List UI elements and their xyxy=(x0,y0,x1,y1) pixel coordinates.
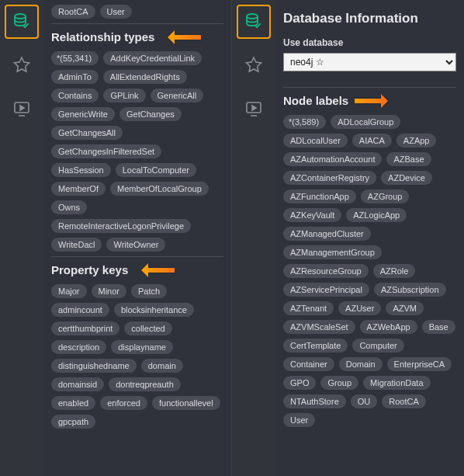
tag-pill[interactable]: EnterpriseCA xyxy=(387,357,452,371)
monitor-play-icon xyxy=(12,99,31,118)
db-icon-active[interactable] xyxy=(237,5,271,39)
tag-pill[interactable]: gpcpath xyxy=(51,415,95,429)
tag-pill[interactable]: MemberOfLocalGroup xyxy=(110,182,209,196)
arrow-annotation-icon xyxy=(161,33,201,42)
tag-pill[interactable]: RootCA xyxy=(382,394,426,408)
tag-pill[interactable]: AZVM xyxy=(386,301,424,315)
tag-pill[interactable]: displayname xyxy=(111,340,173,354)
tag-pill[interactable]: dontreqpreauth xyxy=(109,377,181,391)
tag-pill[interactable]: AIACA xyxy=(352,134,392,148)
tag-pill[interactable]: RootCA xyxy=(51,5,95,19)
database-check-icon xyxy=(244,12,263,31)
tag-pill[interactable]: AZVMScaleSet xyxy=(283,320,355,334)
play-icon-btn[interactable] xyxy=(5,92,39,126)
tag-pill[interactable]: NTAuthStore xyxy=(283,394,346,408)
tag-pill[interactable]: AZBase xyxy=(386,152,431,166)
tag-pill[interactable]: User xyxy=(100,5,132,19)
tag-pill[interactable]: domain xyxy=(141,359,183,373)
tag-pill[interactable]: AZAutomationAccount xyxy=(283,152,382,166)
node-labels-label: Node labels xyxy=(283,94,348,107)
tag-pill[interactable]: GenericAll xyxy=(151,89,204,102)
tag-pill[interactable]: AZSubscription xyxy=(374,283,446,297)
tag-pill[interactable]: enforced xyxy=(100,396,147,410)
tag-pill[interactable]: WriteOwner xyxy=(106,238,165,252)
tag-pill[interactable]: AZUser xyxy=(338,301,381,315)
tag-pill[interactable]: AZTenant xyxy=(283,301,334,315)
monitor-play-icon xyxy=(244,99,263,118)
tag-pill[interactable]: *(3,589) xyxy=(283,115,326,129)
tag-pill[interactable]: CertTemplate xyxy=(283,339,348,353)
play-icon-btn[interactable] xyxy=(237,92,271,126)
left-content: RootCAUser Relationship types *(55,341)A… xyxy=(43,0,231,476)
tag-pill[interactable]: distinguishedname xyxy=(51,359,137,373)
tag-pill[interactable]: RemoteInteractiveLogonPrivilege xyxy=(51,219,191,233)
tag-pill[interactable]: AZServicePrincipal xyxy=(283,283,369,297)
tag-pill[interactable]: AZResourceGroup xyxy=(283,264,369,278)
tag-pill[interactable]: Group xyxy=(320,376,358,390)
tag-pill[interactable]: GPLink xyxy=(103,89,145,102)
star-icon-btn[interactable] xyxy=(5,48,39,82)
tag-pill[interactable]: *(55,341) xyxy=(51,51,99,65)
tag-pill[interactable]: MigrationData xyxy=(363,376,430,390)
tag-pill[interactable]: certthumbprint xyxy=(51,321,119,335)
tag-pill[interactable]: enabled xyxy=(51,396,95,410)
tag-pill[interactable]: functionallevel xyxy=(152,396,220,410)
property-tags: MajorMinorPatchadmincountblocksinheritan… xyxy=(51,284,223,429)
db-info-title: Database Information xyxy=(283,11,456,26)
tag-pill[interactable]: User xyxy=(283,413,315,427)
tag-pill[interactable]: OU xyxy=(351,394,378,408)
tag-pill[interactable]: AZManagedCluster xyxy=(283,227,371,241)
tag-pill[interactable]: AZFunctionApp xyxy=(283,189,356,203)
tag-pill[interactable]: GetChangesAll xyxy=(51,126,123,140)
property-keys-heading: Property keys xyxy=(51,263,223,276)
tag-pill[interactable]: LocalToComputer xyxy=(116,163,196,177)
tag-pill[interactable]: Owns xyxy=(51,200,87,214)
right-content: Database Information Use database neo4j … xyxy=(275,0,464,476)
star-icon-btn[interactable] xyxy=(237,48,271,82)
tag-pill[interactable]: admincount xyxy=(51,303,109,317)
relationship-types-label: Relationship types xyxy=(51,30,154,43)
tag-pill[interactable]: GPO xyxy=(283,376,316,390)
tag-pill[interactable]: ADLocalGroup xyxy=(331,115,400,129)
db-icon-active[interactable] xyxy=(5,5,39,39)
tag-pill[interactable]: AZRole xyxy=(373,264,416,278)
tag-pill[interactable]: Patch xyxy=(131,284,167,298)
tag-pill[interactable]: description xyxy=(51,340,106,354)
arrow-annotation-icon xyxy=(134,266,175,275)
tag-pill[interactable]: Minor xyxy=(92,284,127,298)
tag-pill[interactable]: Contains xyxy=(51,89,99,102)
tag-pill[interactable]: MemberOf xyxy=(51,182,106,196)
tag-pill[interactable]: GetChanges xyxy=(119,107,182,121)
tag-pill[interactable]: Container xyxy=(283,357,334,371)
tag-pill[interactable]: AdminTo xyxy=(51,70,99,84)
right-iconbar xyxy=(232,0,275,476)
tag-pill[interactable]: collected xyxy=(124,321,171,335)
tag-pill[interactable]: AZLogicApp xyxy=(346,208,407,222)
node-tags: *(3,589)ADLocalGroupADLocalUserAIACAAZAp… xyxy=(283,115,456,427)
tag-pill[interactable]: domainsid xyxy=(51,377,104,391)
relationship-tags: *(55,341)AddKeyCredentialLinkAdminToAllE… xyxy=(51,51,223,252)
tag-pill[interactable]: GenericWrite xyxy=(51,107,115,121)
tag-pill[interactable]: AZWebApp xyxy=(360,320,417,334)
tag-pill[interactable]: AZGroup xyxy=(361,189,410,203)
use-db-select[interactable]: neo4j ☆ xyxy=(283,53,456,71)
tag-pill[interactable]: HasSession xyxy=(51,163,111,177)
tag-pill[interactable]: Domain xyxy=(339,357,383,371)
tag-pill[interactable]: AllExtendedRights xyxy=(103,70,187,84)
star-icon xyxy=(12,56,31,75)
tag-pill[interactable]: AZContainerRegistry xyxy=(283,171,376,185)
tag-pill[interactable]: AZKeyVault xyxy=(283,208,341,222)
tag-pill[interactable]: Computer xyxy=(352,339,403,353)
tag-pill[interactable]: ADLocalUser xyxy=(283,134,348,148)
tag-pill[interactable]: blocksinheritance xyxy=(114,303,194,317)
tag-pill[interactable]: AZApp xyxy=(396,134,437,148)
left-iconbar xyxy=(0,0,43,476)
tag-pill[interactable]: AZDevice xyxy=(381,171,432,185)
tag-pill[interactable]: AddKeyCredentialLink xyxy=(103,51,202,65)
tag-pill[interactable]: Major xyxy=(51,284,87,298)
tag-pill[interactable]: AZManagementGroup xyxy=(283,245,382,259)
tag-pill[interactable]: Base xyxy=(422,320,455,334)
tag-pill[interactable]: WriteDacl xyxy=(51,238,102,252)
svg-point-0 xyxy=(15,14,26,19)
tag-pill[interactable]: GetChangesInFilteredSet xyxy=(51,144,161,158)
